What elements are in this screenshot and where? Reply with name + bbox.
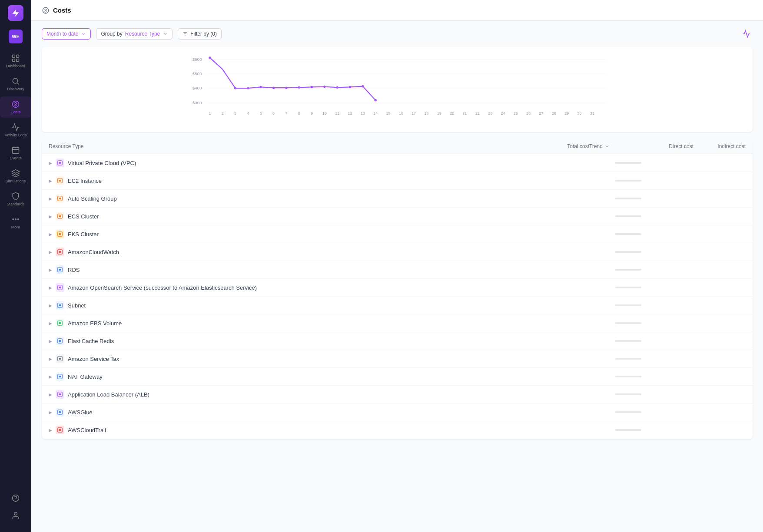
table-row[interactable]: ▶ NAT Gateway — [42, 368, 753, 386]
table-row[interactable]: ▶ Application Load Balancer (ALB) — [42, 386, 753, 403]
sidebar-item-simulations[interactable]: Simulations — [0, 165, 31, 187]
sidebar-item-dashboard[interactable]: Dashboard — [0, 50, 31, 72]
resource-type-icon — [56, 176, 64, 185]
svg-point-85 — [59, 304, 61, 307]
sidebar-item-discovery[interactable]: Discovery — [0, 73, 31, 95]
sidebar-item-help[interactable] — [0, 490, 31, 506]
line-chart-icon — [742, 30, 751, 38]
row-expand-icon[interactable]: ▶ — [49, 410, 52, 415]
svg-point-79 — [59, 251, 61, 253]
row-expand-icon[interactable]: ▶ — [49, 268, 52, 272]
table-row[interactable]: ▶ EC2 Instance — [42, 172, 753, 190]
sidebar: WE Dashboard Discovery Costs — [0, 0, 31, 532]
trend-bar — [615, 251, 641, 253]
table-row[interactable]: ▶ Amazon OpenSearch Service (successor t… — [42, 279, 753, 297]
table-row[interactable]: ▶ AmazonCloudWatch — [42, 243, 753, 261]
svg-point-67 — [375, 99, 377, 101]
row-expand-icon[interactable]: ▶ — [49, 303, 52, 308]
table-row[interactable]: ▶ Amazon Service Tax — [42, 350, 753, 368]
resource-type-name: ECS Cluster — [68, 213, 99, 220]
sidebar-nav: Dashboard Discovery Costs Activity Logs — [0, 50, 31, 490]
svg-point-61 — [298, 86, 300, 89]
resource-type-icon — [56, 319, 64, 327]
svg-text:$600: $600 — [192, 57, 202, 62]
user-avatar[interactable]: WE — [9, 30, 23, 43]
svg-text:24: 24 — [501, 111, 505, 116]
row-expand-icon[interactable]: ▶ — [49, 374, 52, 379]
table-row[interactable]: ▶ AWSGlue — [42, 403, 753, 421]
filter-button[interactable]: Filter by (0) — [178, 28, 222, 40]
svg-text:16: 16 — [399, 111, 403, 116]
help-icon — [11, 494, 20, 502]
sidebar-item-more[interactable]: More — [0, 211, 31, 233]
trend-bar — [615, 411, 641, 413]
row-expand-icon[interactable]: ▶ — [49, 285, 52, 290]
group-by-button[interactable]: Group by Resource Type — [96, 28, 173, 40]
date-filter-button[interactable]: Month to date — [42, 28, 91, 40]
svg-point-89 — [59, 340, 61, 342]
table-header: Resource Type Total cost Trend Direct co… — [42, 139, 753, 154]
chart-toggle-button[interactable] — [740, 28, 753, 40]
sidebar-item-standards[interactable]: Standards — [0, 188, 31, 210]
sidebar-item-label: Simulations — [6, 179, 26, 183]
table-row[interactable]: ▶ EKS Cluster — [42, 225, 753, 243]
activity-logs-icon — [11, 123, 20, 132]
resource-type-name: EKS Cluster — [68, 231, 99, 238]
svg-point-91 — [59, 358, 61, 360]
table-row[interactable]: ▶ AWSCloudTrail — [42, 421, 753, 439]
sidebar-item-activity-logs[interactable]: Activity Logs — [0, 119, 31, 141]
table-row[interactable]: ▶ ECS Cluster — [42, 208, 753, 225]
sidebar-item-costs[interactable]: Costs — [0, 96, 31, 118]
row-expand-icon[interactable]: ▶ — [49, 250, 52, 254]
svg-text:31: 31 — [590, 111, 594, 116]
svg-text:$400: $400 — [192, 86, 202, 90]
resource-type-icon — [56, 337, 64, 345]
svg-text:17: 17 — [411, 111, 416, 116]
row-expand-icon[interactable]: ▶ — [49, 178, 52, 183]
row-expand-icon[interactable]: ▶ — [49, 214, 52, 219]
svg-point-55 — [209, 56, 211, 59]
resource-type-name: AWSGlue — [68, 409, 93, 416]
resource-type-name: EC2 Instance — [68, 178, 102, 184]
svg-point-71 — [59, 180, 61, 182]
row-expand-icon[interactable]: ▶ — [49, 232, 52, 237]
svg-point-97 — [59, 411, 61, 413]
svg-text:18: 18 — [425, 111, 429, 116]
row-expand-icon[interactable]: ▶ — [49, 428, 52, 433]
chevron-down-icon — [81, 31, 86, 36]
chevron-down-icon — [163, 31, 168, 36]
trend-bar — [615, 376, 641, 377]
col-total-cost: Total cost — [537, 143, 589, 149]
row-expand-icon[interactable]: ▶ — [49, 321, 52, 326]
svg-point-99 — [59, 429, 61, 431]
svg-point-7 — [13, 219, 14, 220]
resource-type-icon — [56, 408, 64, 416]
row-expand-icon[interactable]: ▶ — [49, 339, 52, 344]
table-row[interactable]: ▶ RDS — [42, 261, 753, 279]
events-icon — [11, 146, 20, 155]
row-expand-icon[interactable]: ▶ — [49, 161, 52, 165]
svg-text:21: 21 — [463, 111, 467, 116]
svg-text:2: 2 — [222, 111, 224, 116]
sidebar-item-user[interactable] — [0, 508, 31, 523]
svg-point-66 — [362, 85, 364, 87]
trend-bar — [615, 340, 641, 342]
row-expand-icon[interactable]: ▶ — [49, 357, 52, 361]
row-expand-icon[interactable]: ▶ — [49, 196, 52, 201]
sidebar-item-label: Costs — [10, 110, 20, 114]
svg-text:25: 25 — [514, 111, 518, 116]
trend-bar — [615, 393, 641, 395]
content-area: Month to date Group by Resource Type Fil… — [31, 21, 763, 532]
row-expand-icon[interactable]: ▶ — [49, 392, 52, 397]
costs-icon — [11, 100, 20, 109]
sidebar-item-events[interactable]: Events — [0, 142, 31, 164]
table-row[interactable]: ▶ Auto Scaling Group — [42, 190, 753, 208]
sidebar-item-label: More — [11, 225, 20, 229]
table-row[interactable]: ▶ Subnet — [42, 297, 753, 314]
table-row[interactable]: ▶ Virtual Private Cloud (VPC) — [42, 154, 753, 172]
svg-text:7: 7 — [285, 111, 287, 116]
sort-icon[interactable] — [604, 144, 610, 149]
user-icon — [11, 511, 20, 520]
table-row[interactable]: ▶ Amazon EBS Volume — [42, 314, 753, 332]
table-row[interactable]: ▶ ElastiCache Redis — [42, 332, 753, 350]
